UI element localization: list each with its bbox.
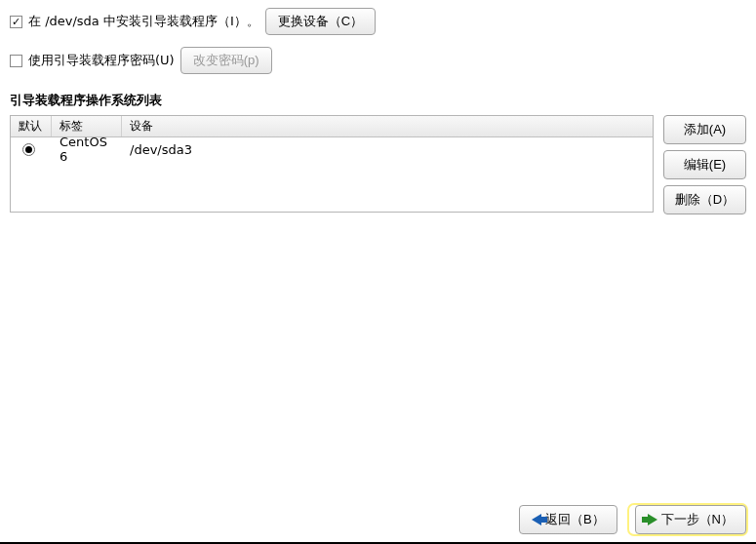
table-row[interactable]: CentOS 6 /dev/sda3	[11, 137, 653, 161]
col-default[interactable]: 默认	[11, 116, 52, 136]
delete-button[interactable]: 删除（D）	[663, 185, 746, 214]
col-label[interactable]: 标签	[52, 116, 122, 136]
row-label: CentOS 6	[52, 135, 122, 164]
install-bootloader-label: 在 /dev/sda 中安装引导装载程序（I）。	[28, 13, 259, 30]
os-table: 默认 标签 设备 CentOS 6 /dev/sda3	[10, 115, 654, 213]
change-device-button[interactable]: 更换设备（C）	[265, 8, 376, 35]
arrow-right-icon	[648, 514, 657, 525]
change-password-button: 改变密码(p)	[180, 47, 272, 74]
use-password-checkbox[interactable]	[10, 55, 22, 67]
col-device[interactable]: 设备	[122, 116, 653, 136]
footer: 返回（B） 下一步（N）	[513, 505, 746, 534]
add-button[interactable]: 添加(A)	[663, 115, 746, 144]
use-password-label: 使用引导装载程序密码(U)	[28, 52, 175, 69]
row-default-radio-cell	[11, 143, 52, 156]
next-button-highlight: 下一步（N）	[629, 505, 746, 534]
side-buttons: 添加(A) 编辑(E) 删除（D）	[663, 115, 746, 214]
arrow-left-icon	[532, 514, 541, 525]
next-label: 下一步（N）	[661, 511, 734, 528]
edit-button[interactable]: 编辑(E)	[663, 150, 746, 179]
use-password-row: 使用引导装载程序密码(U) 改变密码(p)	[10, 47, 746, 74]
back-label: 返回（B）	[545, 511, 605, 528]
install-bootloader-row: 在 /dev/sda 中安装引导装载程序（I）。 更换设备（C）	[10, 8, 746, 35]
back-button[interactable]: 返回（B）	[519, 505, 617, 534]
install-bootloader-checkbox[interactable]	[10, 16, 22, 28]
next-button[interactable]: 下一步（N）	[635, 505, 746, 534]
default-radio[interactable]	[22, 143, 35, 156]
row-device: /dev/sda3	[122, 142, 653, 157]
os-list-title: 引导装载程序操作系统列表	[10, 92, 746, 109]
